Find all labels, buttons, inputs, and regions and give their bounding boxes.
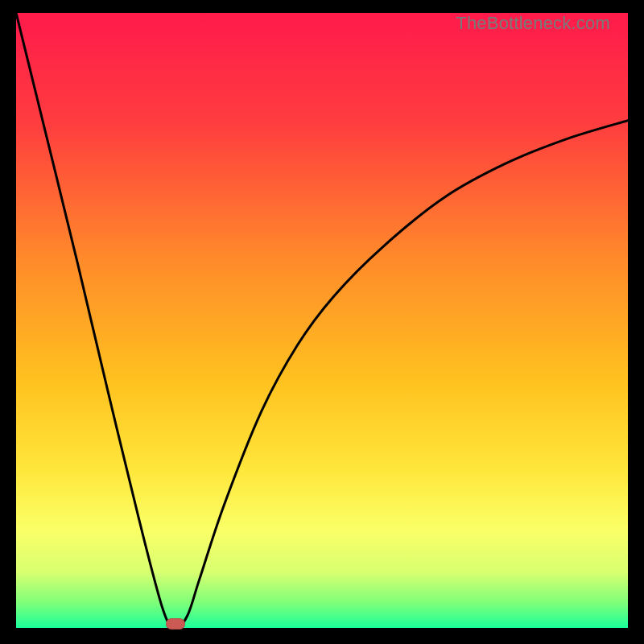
gradient-background (16, 13, 628, 628)
watermark-text: TheBottleneck.com (456, 13, 610, 34)
optimal-point-marker (166, 618, 185, 630)
chart-frame: TheBottleneck.com (16, 13, 628, 628)
bottleneck-chart (16, 13, 628, 628)
